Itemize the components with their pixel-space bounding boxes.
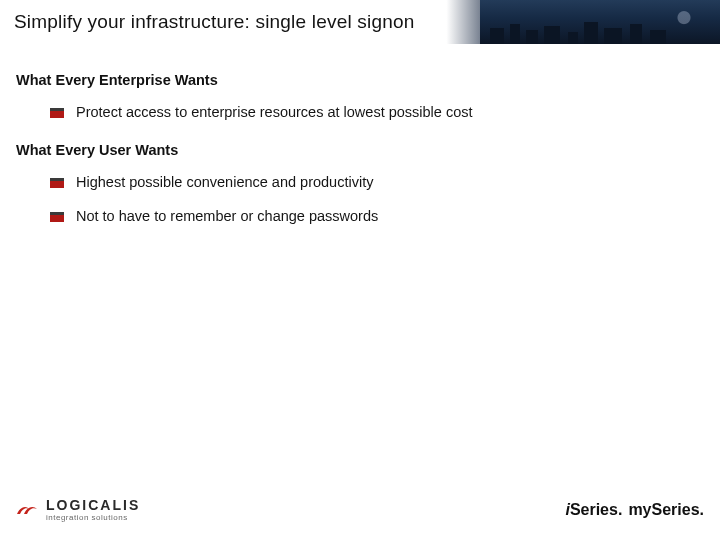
bullet-text: Protect access to enterprise resources a… <box>76 104 473 120</box>
footer-brand-name: LOGICALIS <box>46 498 140 512</box>
title-bar-image <box>480 0 720 44</box>
bullet-text: Not to have to remember or change passwo… <box>76 208 378 224</box>
footer-series-word: Series <box>652 501 700 518</box>
svg-rect-5 <box>50 212 64 215</box>
list-item: Highest possible convenience and product… <box>50 174 704 190</box>
footer-brand-right: iSeries. mySeries. <box>565 501 704 519</box>
section-heading: What Every Enterprise Wants <box>16 72 704 88</box>
bullet-icon <box>50 178 64 188</box>
footer-brand-text: LOGICALIS integration solutions <box>46 498 140 522</box>
footer-brand-tagline: integration solutions <box>46 514 140 522</box>
section-heading: What Every User Wants <box>16 142 704 158</box>
title-bar: Simplify your infrastructure: single lev… <box>0 0 720 44</box>
bullet-text: Highest possible convenience and product… <box>76 174 373 190</box>
footer-brand-left: LOGICALIS integration solutions <box>16 498 140 522</box>
list-item: Not to have to remember or change passwo… <box>50 208 704 224</box>
svg-rect-1 <box>50 108 64 111</box>
list-item: Protect access to enterprise resources a… <box>50 104 704 120</box>
footer-dot: . <box>618 501 622 518</box>
svg-rect-3 <box>50 178 64 181</box>
footer-dot: . <box>700 501 704 518</box>
footer-series-word: Series <box>570 501 618 518</box>
content-area: What Every Enterprise Wants Protect acce… <box>0 44 720 224</box>
slide-title: Simplify your infrastructure: single lev… <box>0 11 415 33</box>
bullet-icon <box>50 212 64 222</box>
footer-series-my: my <box>628 501 651 518</box>
slide: Simplify your infrastructure: single lev… <box>0 0 720 540</box>
bullet-icon <box>50 108 64 118</box>
logo-icon <box>16 503 38 517</box>
footer: LOGICALIS integration solutions iSeries.… <box>0 490 720 530</box>
